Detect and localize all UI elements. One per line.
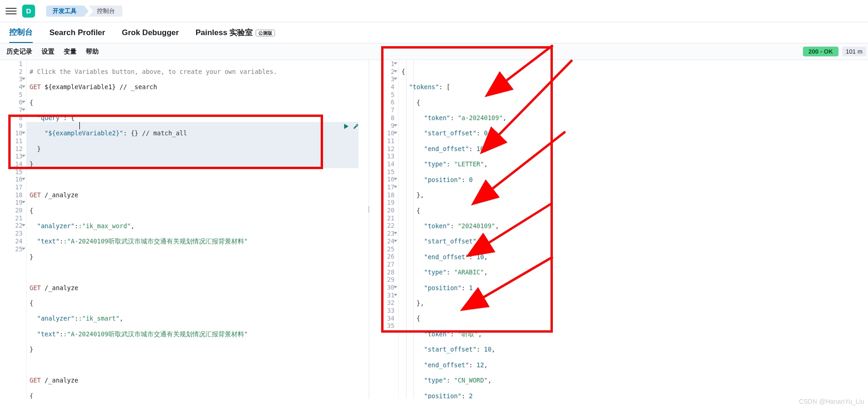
main-tabs: 控制台 Search Profiler Grok Debugger Painle… bbox=[0, 22, 868, 43]
time-badge: 101 m bbox=[842, 47, 866, 56]
request-editor[interactable]: 12345 678910 1112131415 1617181920 21222… bbox=[0, 60, 369, 399]
tab-console[interactable]: 控制台 bbox=[9, 22, 33, 43]
app-logo[interactable]: D bbox=[22, 5, 35, 18]
output-gutter: 12345 678910 1112131415 1617181920 21222… bbox=[369, 60, 399, 399]
editor-gutter: 12345 678910 1112131415 1617181920 21222… bbox=[0, 60, 27, 399]
wrench-icon[interactable] bbox=[353, 123, 359, 132]
top-header: D 开发工具 控制台 bbox=[0, 0, 868, 22]
tab-painless-label: Painless 实验室 bbox=[196, 28, 253, 37]
submenu-history[interactable]: 历史记录 bbox=[6, 48, 32, 56]
submenu-help[interactable]: 帮助 bbox=[86, 48, 99, 56]
tab-painless-lab[interactable]: Painless 实验室公测版 bbox=[196, 23, 275, 43]
beta-badge: 公测版 bbox=[256, 30, 275, 36]
submenu-settings[interactable]: 设置 bbox=[42, 48, 54, 56]
run-request-controls bbox=[343, 123, 359, 132]
watermark: CSDN @HananYu_Liu bbox=[799, 398, 864, 405]
tab-grok-debugger[interactable]: Grok Debugger bbox=[122, 24, 179, 42]
status-badge: 200 - OK bbox=[803, 47, 838, 56]
breadcrumb: 开发工具 控制台 bbox=[46, 6, 122, 17]
svg-marker-0 bbox=[344, 124, 348, 129]
nav-toggle-icon[interactable] bbox=[6, 6, 17, 17]
tab-search-profiler[interactable]: Search Profiler bbox=[49, 24, 105, 42]
submenu-variables[interactable]: 变量 bbox=[64, 48, 77, 56]
output-code: { "tokens": [ { "token": "a-20240109", "… bbox=[399, 60, 868, 399]
editor-split: 12345 678910 1112131415 1617181920 21222… bbox=[0, 60, 868, 399]
editor-code[interactable]: # Click the Variables button, above, to … bbox=[27, 60, 369, 399]
breadcrumb-dev-tools[interactable]: 开发工具 bbox=[46, 6, 84, 17]
breadcrumb-console[interactable]: 控制台 bbox=[89, 6, 122, 17]
response-output[interactable]: 12345 678910 1112131415 1617181920 21222… bbox=[369, 60, 868, 399]
console-submenu: 历史记录 设置 变量 帮助 200 - OK 101 m bbox=[0, 43, 868, 60]
play-icon[interactable] bbox=[343, 123, 350, 132]
